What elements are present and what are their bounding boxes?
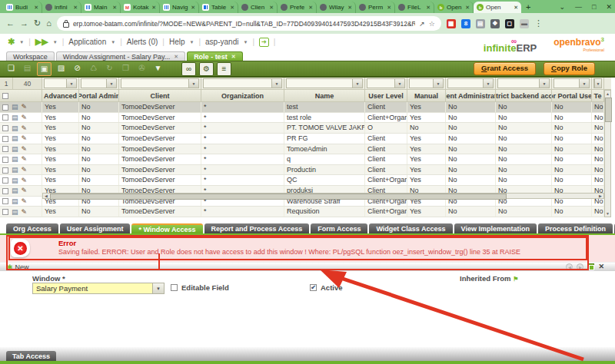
table-row[interactable]: ▤✎YesNoTomoeDevServer*ProductinClientYes… (0, 165, 611, 176)
browser-tab[interactable]: Navig✕ (160, 2, 199, 13)
maximize-form-icon[interactable] (587, 263, 594, 270)
browser-tab[interactable]: MKotak✕ (121, 2, 160, 13)
filter-input-8[interactable]: ▼ (497, 78, 550, 88)
child-tab[interactable]: * Window Access (131, 223, 202, 233)
child-tab[interactable]: Report and Process Access (204, 223, 310, 233)
window-combo-dropdown-icon[interactable]: ▼ (152, 283, 164, 293)
filter-input-10[interactable]: ▼ (593, 78, 602, 88)
workspace-caret-icon[interactable]: ▼ (53, 40, 58, 45)
row-document-icon[interactable]: ▤ (12, 125, 18, 132)
help-caret-icon[interactable]: ▼ (190, 40, 194, 45)
row-document-icon[interactable]: ▤ (12, 187, 18, 194)
row-edit-icon[interactable]: ✎ (22, 146, 28, 153)
close-form-icon[interactable]: ✕ (598, 263, 604, 270)
scroll-right-icon[interactable]: ▶ (597, 194, 603, 198)
filter-input-5[interactable]: ▼ (367, 78, 405, 88)
child-tab[interactable]: Widget Class Access (369, 223, 452, 233)
application-caret-icon[interactable]: ▼ (111, 40, 115, 45)
browser-tab[interactable]: Perm✕ (356, 2, 395, 13)
vertical-scrollbar[interactable]: ▲ ▼ (604, 90, 611, 217)
scroll-up-icon[interactable]: ▲ (605, 91, 610, 97)
table-row[interactable]: ▤✎YesNoTomoeDevServer*TomoeAdminClientYe… (0, 144, 611, 155)
row-checkbox[interactable] (2, 146, 8, 152)
child-tab[interactable]: Form Access (311, 223, 367, 233)
window-combo-value[interactable]: Salary Payment (33, 284, 152, 293)
filter-input-1[interactable]: ▼ (81, 78, 117, 88)
close-icon[interactable]: ✕ (606, 3, 612, 11)
row-checkbox[interactable] (2, 188, 8, 194)
column-header[interactable]: For Portal Users (552, 90, 592, 101)
row-checkbox[interactable] (2, 177, 8, 184)
filter-dropdown-icon[interactable]: ▼ (394, 79, 404, 88)
close-tab-icon[interactable]: ✕ (191, 5, 195, 11)
browser-tab[interactable]: Budi✕ (3, 2, 42, 13)
row-document-icon[interactable]: ▤ (12, 156, 18, 163)
favorites-caret-icon[interactable]: ▼ (19, 40, 24, 45)
erp-tab[interactable]: Window Assignment - Salary Pay...✕ (56, 51, 185, 61)
browser-tab[interactable]: infini✕ (42, 2, 81, 13)
window-menu-icon[interactable]: ≡ (217, 62, 231, 76)
vertical-scroll-thumb[interactable] (605, 98, 612, 122)
row-document-icon[interactable]: ▤ (12, 167, 18, 174)
active-checkbox[interactable]: ✔ (310, 284, 317, 291)
extension-blue-8-icon[interactable]: 8 (461, 19, 470, 28)
column-header[interactable]: Advanced (42, 90, 79, 101)
undo-icon[interactable]: ⊘ (71, 62, 84, 74)
table-row[interactable]: ▤✎YesNoTomoeDevServer*qClientYesNoNoNoNo (0, 154, 611, 165)
table-row[interactable]: ▤✎YesNoTomoeDevServer*QCClient+Organiz..… (0, 175, 611, 186)
close-tab-icon[interactable]: ✕ (112, 5, 117, 11)
filter-input-6[interactable]: ▼ (409, 78, 444, 88)
new-record-icon[interactable]: ❏ (5, 62, 18, 74)
close-tab-icon[interactable]: ✕ (514, 5, 518, 11)
filter-dropdown-icon[interactable]: ▼ (271, 79, 281, 88)
row-checkbox[interactable] (2, 209, 8, 215)
workspace-forward-icon[interactable]: ▶▶ (35, 37, 48, 47)
close-tab-icon[interactable]: ✕ (387, 5, 391, 11)
url-text[interactable]: erp.tomoe-batam.com/infinite/?MODE=NEW&P… (73, 20, 415, 28)
filter-input-3[interactable]: ▼ (203, 78, 282, 88)
column-header[interactable]: Client Administrator (446, 90, 496, 101)
share-icon[interactable]: ↗ (419, 20, 425, 28)
row-document-icon[interactable]: ▤ (12, 135, 18, 142)
row-edit-icon[interactable]: ✎ (22, 114, 28, 121)
child-tab[interactable]: User Assignment (60, 223, 131, 233)
kebab-menu-icon[interactable]: ⋮ (534, 19, 543, 28)
tools-icon[interactable]: ⚙ (199, 62, 214, 76)
user-caret-icon[interactable]: ▼ (243, 40, 248, 45)
filter-dropdown-icon[interactable]: ▼ (483, 79, 493, 88)
row-document-icon[interactable]: ▤ (12, 198, 18, 205)
row-checkbox[interactable] (2, 114, 8, 121)
maximize-icon[interactable]: □ (592, 3, 596, 11)
filter-dropdown-icon[interactable]: ▼ (352, 79, 362, 88)
minimize-icon[interactable]: — (575, 3, 582, 11)
save-icon[interactable]: ▣ (37, 62, 52, 76)
extension-gray-icon[interactable]: ▬ (520, 19, 529, 28)
row-document-icon[interactable]: ▤ (12, 177, 18, 184)
browser-tab[interactable]: Table✕ (199, 2, 238, 13)
filter-dropdown-icon[interactable]: ▼ (106, 79, 116, 88)
grant-access-button[interactable]: Grant Access (474, 62, 536, 75)
filter-icon[interactable]: ▼ (151, 62, 165, 74)
filter-input-0[interactable]: ▼ (44, 78, 77, 88)
back-icon[interactable]: ← (6, 19, 15, 28)
menu-help[interactable]: Help (169, 38, 185, 46)
erp-tab[interactable]: Role - test✕ (187, 51, 242, 61)
row-checkbox[interactable] (2, 104, 8, 111)
row-edit-icon[interactable]: ✎ (22, 177, 28, 184)
bookmark-star-icon[interactable]: ☆ (429, 20, 435, 28)
browser-tab[interactable]: Clien✕ (238, 2, 278, 13)
row-edit-icon[interactable]: ✎ (22, 198, 28, 205)
close-tab-icon[interactable]: ✕ (269, 5, 274, 11)
filter-dropdown-icon[interactable]: ▼ (188, 79, 198, 88)
row-checkbox[interactable] (2, 157, 8, 163)
save-and-new-icon[interactable]: ▨ (55, 62, 68, 74)
tab-access-tab[interactable]: Tab Access (6, 351, 56, 362)
extension-red-icon[interactable]: ▦ (447, 19, 456, 28)
row-edit-icon[interactable]: ✎ (22, 125, 28, 132)
table-row[interactable]: ▤✎YesNoTomoeDevServer*testClientYesNoNoN… (0, 102, 611, 113)
row-document-icon[interactable]: ▤ (12, 146, 18, 153)
row-edit-icon[interactable]: ✎ (22, 209, 28, 216)
select-all-checkbox[interactable] (2, 93, 8, 99)
erp-tab-close-icon[interactable]: ✕ (231, 54, 236, 60)
child-tab[interactable]: View Implementation (454, 223, 537, 233)
